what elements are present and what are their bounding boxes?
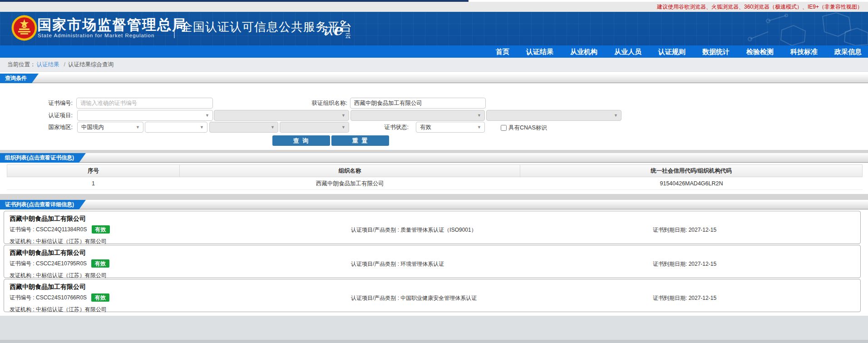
cert-project-select-4[interactable]: ▼ <box>486 110 621 121</box>
card-cert-no: 证书编号 : CSCC24Q11384R0S有效 <box>10 225 110 234</box>
section-separator <box>0 194 868 200</box>
cert-status-label: 证书状态: <box>354 122 409 133</box>
nav-item-inspection[interactable]: 检验检测 <box>746 45 774 58</box>
cert-no-value: CSCC24Q11384R0S <box>36 226 87 233</box>
nav-item-sci-standards[interactable]: 科技标准 <box>790 45 818 58</box>
cert-no-value: CSCC24S10766R0S <box>36 294 87 301</box>
site-title-cn: 国家市场监督管理总局 <box>37 15 187 35</box>
nav-item-agencies[interactable]: 从业机构 <box>570 45 597 58</box>
reset-button[interactable]: 重 置 <box>331 135 389 146</box>
nav-item-statistics[interactable]: 数据统计 <box>702 45 730 58</box>
cert-project-select-3[interactable]: ▼ <box>350 110 485 121</box>
project-label: 认证项目/产品类别 : <box>351 261 400 267</box>
region-select-3[interactable]: ▼ <box>209 122 278 133</box>
region-select-2[interactable]: ▼ <box>145 122 207 133</box>
cnas-checkbox[interactable] <box>501 125 507 131</box>
org-name-label: 获证组织名称: <box>286 98 347 109</box>
card-detail-line: 证书编号 : CSCC24Q11384R0S有效 认证项目/产品类别 : 质量管… <box>10 225 855 234</box>
breadcrumb: 当前位置：认证结果/认证结果综合查询 <box>0 58 868 72</box>
card-project: 认证项目/产品类别 : 质量管理体系认证（ISO9001） <box>351 226 477 234</box>
header-org-name: 组织名称 <box>180 164 520 177</box>
chevron-down-icon: ▼ <box>477 122 481 132</box>
expiry-label: 证书到期日期: <box>653 261 689 267</box>
certificate-card[interactable]: 西藏中朗食品加工有限公司 证书编号 : CSCC24E10795R0S有效 认证… <box>4 245 861 278</box>
issuer-label: 发证机构 : <box>10 272 36 278</box>
expiry-value: 2027-12-15 <box>689 227 716 233</box>
chevron-down-icon: ▼ <box>271 122 275 132</box>
card-expiry: 证书到期日期: 2027-12-15 <box>653 260 716 268</box>
issuer-label: 发证机构 : <box>10 306 36 313</box>
card-issuer: 发证机构 : 中标信认证（江苏）有限公司 <box>10 306 107 313</box>
card-issuer: 发证机构 : 中标信认证（江苏）有限公司 <box>10 272 107 279</box>
nav-item-personnel[interactable]: 从业人员 <box>614 45 641 58</box>
status-badge: 有效 <box>92 225 110 234</box>
chevron-down-icon: ▼ <box>341 110 345 120</box>
query-section-strip: 查询条件 <box>0 74 868 83</box>
status-badge: 有效 <box>91 293 109 302</box>
search-button[interactable]: 查 询 <box>272 135 330 146</box>
card-project: 认证项目/产品类别 : 环境管理体系认证 <box>351 260 444 268</box>
project-value: 质量管理体系认证（ISO9001） <box>400 227 476 233</box>
cert-status-select[interactable]: 有效▼ <box>416 122 485 133</box>
page-footer <box>0 316 868 343</box>
org-table-header: 序号 组织名称 统一社会信用代码/组织机构代码 <box>7 164 863 177</box>
cnas-label: 具有CNAS标识 <box>508 124 547 132</box>
nav-item-cert-results[interactable]: 认证结果 <box>526 45 553 58</box>
nav-item-cert-rules[interactable]: 认证规则 <box>658 45 686 58</box>
project-label: 认证项目/产品类别 : <box>351 227 400 233</box>
issuer-label: 发证机构 : <box>10 238 36 244</box>
table-row[interactable]: 1 西藏中朗食品加工有限公司 91540426MAD4G6LR2N <box>7 177 863 190</box>
cert-section-strip: 证书列表(点击查看详细信息) <box>0 200 868 209</box>
chevron-down-icon: ▼ <box>614 110 618 120</box>
expiry-value: 2027-12-15 <box>689 295 716 301</box>
card-org-name: 西藏中朗食品加工有限公司 <box>10 283 86 291</box>
header-divider <box>174 18 175 38</box>
cert-no-input[interactable] <box>76 98 213 109</box>
region-select-1[interactable]: 中国境内▼ <box>77 122 143 133</box>
cell-org-name: 西藏中朗食品加工有限公司 <box>180 177 520 189</box>
main-nav: 首页 认证结果 从业机构 从业人员 认证规则 数据统计 检验检测 科技标准 政采… <box>0 45 868 58</box>
issuer-value: 中标信认证（江苏）有限公司 <box>36 272 107 278</box>
cert-no-label: 证书编号 : <box>10 260 36 267</box>
tab-cert-list: 证书列表(点击查看详细信息) <box>0 200 86 209</box>
header-credit-code: 统一社会信用代码/组织机构代码 <box>520 164 863 177</box>
header-seq: 序号 <box>7 164 180 177</box>
org-section-strip: 组织列表(点击查看证书信息) <box>0 153 868 163</box>
cert-project-label: 认证项目: <box>18 110 73 121</box>
card-issuer: 发证机构 : 中标信认证（江苏）有限公司 <box>10 238 107 245</box>
certificate-list: 西藏中朗食品加工有限公司 证书编号 : CSCC24Q11384R0S有效 认证… <box>4 211 861 312</box>
region-select-4[interactable]: ▼ <box>280 122 349 133</box>
org-table: 序号 组织名称 统一社会信用代码/组织机构代码 1 西藏中朗食品加工有限公司 9… <box>7 164 863 190</box>
expiry-value: 2027-12-15 <box>689 261 716 267</box>
issuer-value: 中标信认证（江苏）有限公司 <box>36 306 107 313</box>
region-label: 国家地区: <box>18 122 73 133</box>
card-cert-no: 证书编号 : CSCC24E10795R0S有效 <box>10 259 109 268</box>
cert-project-select-1[interactable]: ▼ <box>77 110 213 121</box>
breadcrumb-separator: / <box>64 61 65 68</box>
page: 建议使用谷歌浏览器、火狐浏览器、360浏览器（极速模式）、IE9+（非兼容性视图… <box>0 0 868 343</box>
expiry-label: 证书到期日期: <box>653 295 689 301</box>
issuer-value: 中标信认证（江苏）有限公司 <box>36 238 107 244</box>
site-title-en: State Administration for Market Regulati… <box>38 33 154 38</box>
nav-item-home[interactable]: 首页 <box>496 45 509 58</box>
national-emblem-icon <box>11 15 37 41</box>
section-separator <box>0 150 868 153</box>
logo-ren: 认 <box>323 25 333 36</box>
region-select-value: 中国境内 <box>81 124 104 130</box>
certificate-card[interactable]: 西藏中朗食品加工有限公司 证书编号 : CSCC24S10766R0S有效 认证… <box>4 279 861 312</box>
chevron-down-icon: ▼ <box>205 110 209 120</box>
breadcrumb-link-cert-results[interactable]: 认证结果 <box>37 61 59 68</box>
nav-item-procurement[interactable]: 政采信息 <box>834 45 862 58</box>
chevron-down-icon: ▼ <box>341 122 345 132</box>
cert-project-select-2[interactable]: ▼ <box>214 110 349 121</box>
ren-e-yun-logo: 认e云 <box>323 20 351 38</box>
tab-query-conditions: 查询条件 <box>0 74 39 83</box>
cert-no-label: 证书编号: <box>18 98 73 109</box>
chevron-down-icon: ▼ <box>200 122 204 132</box>
tab-org-list: 组织列表(点击查看证书信息) <box>0 153 86 163</box>
site-header: 国家市场监督管理总局 State Administration for Mark… <box>0 12 868 45</box>
org-name-input[interactable] <box>350 98 486 109</box>
card-detail-line: 证书编号 : CSCC24S10766R0S有效 认证项目/产品类别 : 中国职… <box>10 293 855 302</box>
browser-notice: 建议使用谷歌浏览器、火狐浏览器、360浏览器（极速模式）、IE9+（非兼容性视图… <box>0 2 868 12</box>
certificate-card[interactable]: 西藏中朗食品加工有限公司 证书编号 : CSCC24Q11384R0S有效 认证… <box>4 211 861 244</box>
